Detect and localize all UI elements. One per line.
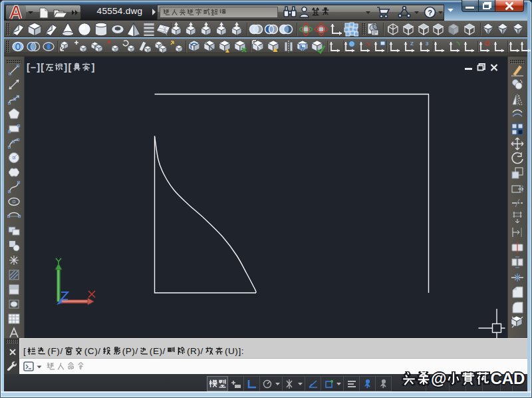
svg-text:!: ! (278, 49, 279, 53)
svg-text:?: ? (428, 9, 432, 17)
svg-text:Z: Z (410, 41, 414, 47)
svg-text:3: 3 (426, 41, 429, 47)
